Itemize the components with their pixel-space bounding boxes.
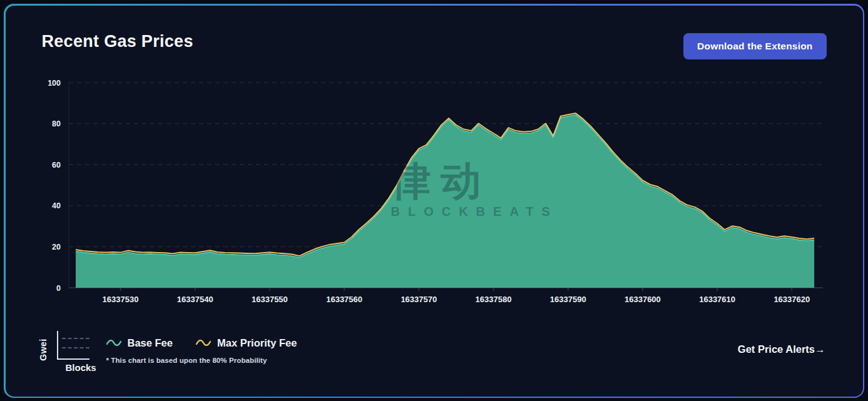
svg-text:16337550: 16337550 (251, 295, 287, 304)
svg-text:16337600: 16337600 (624, 295, 660, 304)
gas-prices-panel: Recent Gas Prices Download the Extension… (6, 6, 863, 397)
svg-text:20: 20 (52, 242, 61, 251)
max-priority-fee-wave-icon (195, 338, 212, 347)
svg-text:80: 80 (52, 119, 61, 128)
legend-label-max-priority-fee: Max Priority Fee (217, 337, 297, 349)
chart-legend: Base Fee Max Priority Fee (106, 337, 297, 349)
svg-text:16337590: 16337590 (549, 295, 586, 304)
svg-text:40: 40 (52, 201, 61, 210)
svg-text:16337560: 16337560 (326, 295, 362, 304)
get-price-alerts-link[interactable]: Get Price Alerts→ (738, 343, 825, 355)
svg-text:0: 0 (56, 283, 61, 292)
legend-item-base-fee: Base Fee (106, 337, 173, 349)
svg-text:100: 100 (48, 78, 61, 87)
svg-text:16337540: 16337540 (176, 295, 213, 304)
panel-border: Recent Gas Prices Download the Extension… (4, 4, 864, 398)
svg-text:16337580: 16337580 (475, 295, 511, 304)
base-fee-wave-icon (106, 338, 122, 347)
base-fee-area (76, 114, 814, 288)
legend-item-max-priority-fee: Max Priority Fee (195, 337, 297, 349)
svg-text:16337570: 16337570 (401, 295, 437, 304)
y-axis-unit-label: Gwei (38, 338, 48, 360)
svg-text:16337530: 16337530 (102, 295, 138, 304)
svg-text:16337610: 16337610 (699, 295, 735, 304)
svg-text:60: 60 (52, 160, 61, 169)
x-axis-unit-label: Blocks (66, 362, 96, 373)
axis-key-glyph (57, 331, 89, 360)
legend-label-base-fee: Base Fee (128, 337, 173, 349)
probability-footnote: * This chart is based upon the 80% Proba… (106, 357, 267, 364)
svg-text:16337620: 16337620 (774, 295, 810, 304)
